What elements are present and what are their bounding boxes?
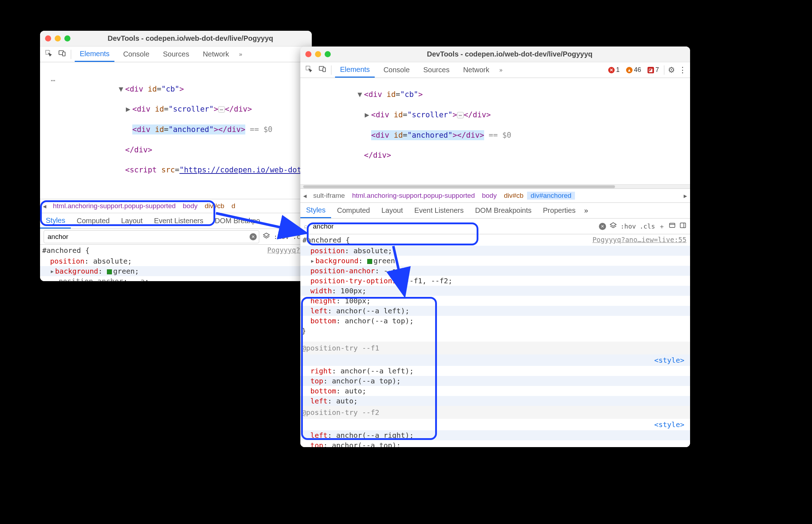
computed-sidebar-icon[interactable] [669,222,676,231]
filter-box[interactable]: ✕ [44,230,259,243]
breadcrumb-prev[interactable]: ◂ [40,202,49,210]
crumb[interactable]: body [179,202,201,210]
computed-tab[interactable]: Computed [71,213,115,229]
selector[interactable]: #anchored { [302,236,350,244]
crumb[interactable]: d [228,202,239,210]
selector[interactable]: #anchored { [42,246,89,255]
crumb-selected[interactable]: div#anchored [527,192,575,200]
filter-input[interactable] [311,221,595,232]
css-property[interactable]: position-try-options: --f1, --f2; [300,276,690,286]
crumb[interactable]: html.anchoring-support.popup-supported [349,192,478,200]
dom-node[interactable]: <div [132,105,151,113]
minimize-icon[interactable] [315,51,321,57]
tab-console[interactable]: Console [378,62,414,78]
dom-node-selected[interactable]: <div [371,131,389,139]
kebab-menu-icon[interactable]: ⋮ [679,65,686,75]
minimize-icon[interactable] [55,35,61,41]
crumb[interactable]: sult-iframe [310,192,349,200]
property-name[interactable]: background [315,256,358,265]
dom-node[interactable]: <div [125,85,143,93]
inspect-icon[interactable] [44,49,54,59]
styles-rules[interactable]: #anchored {Pogyyyq?ano…iew=live:55 posit… [300,234,690,447]
position-try-header[interactable]: @position-try --f2 [300,406,690,419]
new-style-rule-icon[interactable]: ＋ [659,222,665,231]
color-swatch[interactable] [107,269,112,274]
dom-breakpoints-tab[interactable]: DOM Breakpo [209,213,266,229]
more-style-tabs-icon[interactable]: » [581,206,591,215]
color-swatch[interactable] [367,259,372,264]
property-name[interactable]: background [55,267,98,275]
dom-node[interactable]: <div [371,111,389,119]
errors-badge[interactable]: ✕1 [607,66,621,74]
more-tabs-icon[interactable]: » [498,67,504,73]
event-listeners-tab[interactable]: Event Listeners [409,203,469,218]
property-value[interactable]: --a [384,266,397,275]
clear-filter-icon[interactable]: ✕ [599,223,606,230]
more-tabs-icon[interactable]: » [238,51,244,58]
tab-elements[interactable]: Elements [335,62,375,78]
property-value[interactable]: 100px [340,287,362,295]
property-name[interactable]: position-try-options [310,276,397,285]
zoom-icon[interactable] [325,51,331,57]
property-value[interactable]: auto [336,397,353,405]
property-name[interactable]: position [310,246,345,255]
breadcrumb[interactable]: ◂ html.anchoring-support.popup-supported… [40,199,312,213]
position-try-header[interactable]: @position-try --f1 [300,342,690,354]
gear-icon[interactable]: ⚙ [668,65,675,75]
property-value[interactable]: 100px [345,297,366,305]
tab-network[interactable]: Network [198,46,234,62]
cls-toggle[interactable]: .cls [640,222,655,230]
inspect-icon[interactable] [304,65,314,75]
property-value[interactable]: anchor(--a top) [332,377,397,385]
breadcrumb[interactable]: ◂ sult-iframe html.anchoring-support.pop… [300,188,690,203]
css-property[interactable]: bottom: auto; [300,386,690,396]
property-name[interactable]: bottom [310,387,336,395]
style-source[interactable]: <style> [654,420,688,430]
property-value[interactable]: auto [345,387,362,395]
css-property[interactable]: position: absolute; [300,246,690,256]
style-source[interactable]: <style> [654,355,688,365]
panel-right-icon[interactable] [679,222,686,231]
layout-tab[interactable]: Layout [376,203,409,218]
source-link[interactable]: Pogyyyq?ano…iew=live:55 [592,235,686,245]
css-property[interactable]: right: anchor(--a left); [300,366,690,376]
tab-elements[interactable]: Elements [75,46,114,62]
property-value[interactable]: anchor(--a top) [345,317,409,325]
crumb[interactable]: body [478,192,500,200]
tab-console[interactable]: Console [118,46,154,62]
css-property[interactable]: position: absolute; [40,256,312,266]
breadcrumb-prev[interactable]: ◂ [300,192,310,200]
dom-tree[interactable]: ▼<div id="cb"> ▶<div id="scroller">⋯</di… [300,78,690,184]
css-property[interactable]: top: anchor(--a top); [300,440,690,447]
css-property[interactable]: width: 100px; [300,286,690,296]
property-value[interactable]: --f1, --f2 [405,276,448,285]
css-property[interactable]: ▸background: green; [300,256,690,266]
event-listeners-tab[interactable]: Event Listeners [148,213,209,229]
collapsed-ellipsis[interactable]: ⋯ [457,112,463,118]
collapsed-ellipsis[interactable]: ⋯ [218,106,225,113]
dom-breakpoints-tab[interactable]: DOM Breakpoints [469,203,537,218]
property-value[interactable]: absolute [93,257,127,265]
property-name[interactable]: top [310,377,323,385]
property-value[interactable]: anchor(--a top) [332,441,397,447]
layers-icon[interactable] [610,222,617,231]
property-name[interactable]: top [310,441,323,447]
property-value[interactable]: anchor(--a right) [336,431,409,440]
property-name[interactable]: bottom [310,317,336,325]
property-value[interactable]: anchor(--a left) [336,307,405,315]
property-name[interactable]: width [310,287,332,295]
css-property[interactable]: left: anchor(--a left); [300,306,690,316]
layout-tab[interactable]: Layout [115,213,148,229]
dom-node-selected[interactable]: <div [132,125,151,134]
css-property[interactable]: position-anchor: --a; [300,266,690,276]
css-property[interactable]: ▸background: green; [40,266,312,276]
css-property[interactable]: left: anchor(--a right); [300,430,690,440]
property-value[interactable]: --a [132,277,145,281]
property-name[interactable]: height [310,297,336,305]
hov-toggle[interactable]: :hov [620,222,636,230]
filter-input[interactable] [46,231,247,242]
property-value[interactable]: green [113,267,135,275]
properties-tab[interactable]: Properties [537,203,581,218]
close-icon[interactable] [45,35,51,41]
dom-node[interactable]: <div [364,90,382,99]
